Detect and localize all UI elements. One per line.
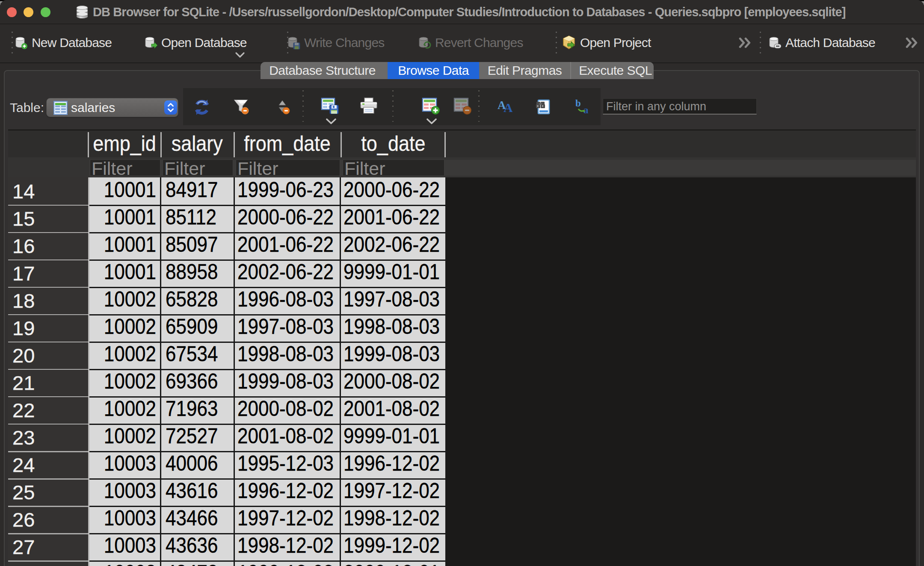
- svg-text:A: A: [503, 100, 512, 115]
- svg-text:b: b: [575, 98, 581, 109]
- svg-text:a: a: [583, 105, 589, 115]
